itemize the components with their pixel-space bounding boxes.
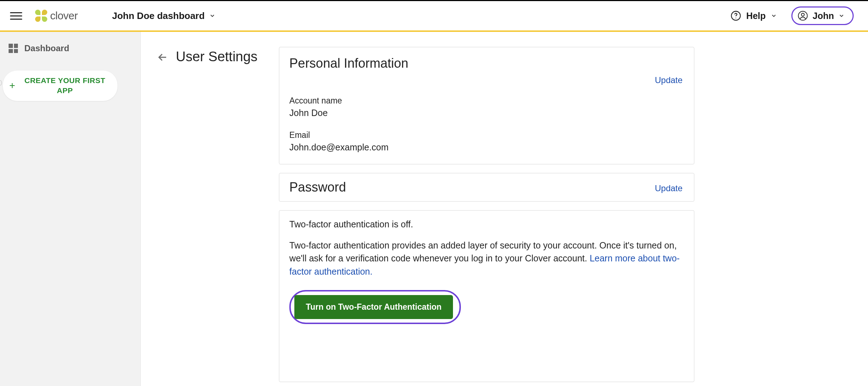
tfa-button-highlight: Turn on Two-Factor Authentication [289, 290, 461, 324]
brand-name: clover [50, 10, 78, 22]
chevron-down-icon [838, 13, 845, 19]
two-factor-card: Two-factor authentication is off. Two-fa… [279, 210, 694, 382]
svg-point-3 [801, 13, 804, 16]
body-shell: 0 Dashboard + CREATE YOUR FIRST APP User… [0, 32, 868, 386]
topbar-left: clover John Doe dashboard [10, 10, 216, 22]
dashboard-icon [9, 44, 18, 53]
title-column: User Settings [157, 47, 257, 386]
chevron-down-icon [209, 13, 216, 19]
password-title: Password [289, 180, 346, 195]
plus-icon: + [9, 81, 15, 91]
create-app-label: CREATE YOUR FIRST APP [21, 76, 108, 96]
tfa-status: Two-factor authentication is off. [289, 219, 683, 230]
personal-info-title: Personal Information [289, 56, 408, 71]
back-arrow-icon[interactable] [157, 52, 168, 63]
sidebar: 0 Dashboard + CREATE YOUR FIRST APP [0, 32, 141, 386]
email-label: Email [289, 130, 683, 140]
cards-column: Personal Information Update Account name… [279, 47, 694, 386]
help-label: Help [746, 11, 766, 21]
help-icon [730, 10, 741, 21]
personal-update-link[interactable]: Update [655, 75, 683, 85]
password-update-link[interactable]: Update [655, 183, 683, 193]
account-name-value: John Doe [289, 108, 683, 118]
personal-info-card: Personal Information Update Account name… [279, 47, 694, 164]
svg-point-1 [736, 18, 736, 18]
user-label: John [812, 11, 834, 21]
turn-on-tfa-button[interactable]: Turn on Two-Factor Authentication [294, 295, 453, 319]
create-first-app-button[interactable]: + CREATE YOUR FIRST APP [3, 71, 117, 101]
password-card: Password Update [279, 173, 694, 202]
user-menu[interactable]: John [791, 6, 854, 25]
sidebar-float-hint: 0 [0, 78, 2, 88]
account-name-label: Account name [289, 96, 683, 106]
topbar: clover John Doe dashboard Help John [0, 1, 868, 32]
sidebar-item-dashboard[interactable]: Dashboard [0, 40, 140, 57]
dashboard-selector-label: John Doe dashboard [112, 10, 205, 21]
page-title: User Settings [176, 49, 257, 64]
tfa-description: Two-factor authentication provides an ad… [289, 239, 683, 278]
help-menu[interactable]: Help [730, 10, 777, 21]
menu-icon[interactable] [10, 10, 22, 22]
topbar-right: Help John [730, 6, 854, 25]
user-icon [797, 10, 808, 21]
chevron-down-icon [771, 13, 777, 19]
dashboard-selector[interactable]: John Doe dashboard [112, 10, 216, 21]
email-value: John.doe@example.com [289, 142, 683, 153]
clover-icon [35, 10, 47, 22]
main-content: User Settings Personal Information Updat… [141, 32, 868, 386]
sidebar-item-label: Dashboard [24, 43, 69, 53]
brand-logo[interactable]: clover [35, 10, 78, 22]
